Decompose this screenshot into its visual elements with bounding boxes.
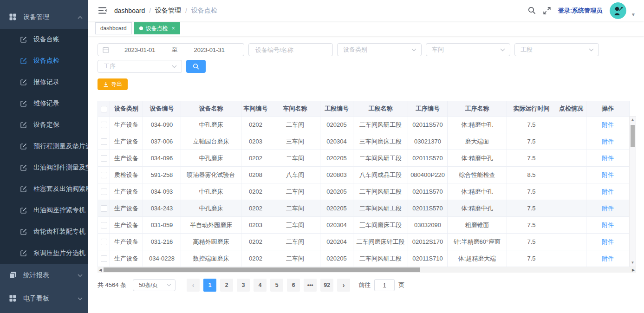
close-icon[interactable]: ×: [172, 25, 175, 32]
attachment-link[interactable]: 附件: [602, 188, 614, 195]
page-button-4[interactable]: 4: [254, 279, 267, 292]
table-cell: 生产设备: [110, 117, 143, 133]
sidebar-item-设备点检[interactable]: 设备点检: [0, 50, 88, 72]
select-all-checkbox[interactable]: [101, 106, 107, 112]
action-cell: 附件: [586, 217, 630, 234]
row-checkbox[interactable]: [101, 205, 107, 212]
prev-page-button[interactable]: ‹: [187, 279, 200, 292]
goto-page-input[interactable]: [374, 279, 395, 291]
search-button[interactable]: [186, 60, 206, 73]
attachment-link[interactable]: 附件: [602, 121, 614, 128]
row-checkbox[interactable]: [101, 155, 107, 162]
sidebar-item-统计报表[interactable]: 统计报表: [0, 264, 88, 287]
sidebar-item-预行程测量及垫片选配[interactable]: 预行程测量及垫片选配: [0, 136, 88, 157]
login-label: 登录:系统管理员: [558, 7, 602, 15]
row-checkbox[interactable]: [101, 222, 107, 228]
attachment-link[interactable]: 附件: [602, 238, 614, 245]
table-cell: 中孔磨床: [181, 150, 241, 167]
table-cell: 立轴园台磨床: [181, 133, 241, 150]
date-start-input[interactable]: 2023-01-01: [110, 46, 170, 53]
vertical-scroll-thumb[interactable]: [631, 125, 635, 147]
category-select[interactable]: 设备类别: [337, 43, 422, 56]
table-cell: 综合性能检查: [448, 167, 507, 183]
page-button-6[interactable]: 6: [287, 279, 300, 292]
search-icon[interactable]: [528, 7, 536, 14]
table-cell: 020803: [320, 167, 353, 183]
device-search-field[interactable]: [248, 43, 333, 56]
table-cell: 二车间: [270, 234, 320, 250]
breadcrumb-item[interactable]: dashboard: [114, 7, 145, 14]
fullscreen-icon[interactable]: [543, 7, 551, 14]
page-button-3[interactable]: 3: [237, 279, 250, 292]
attachment-link[interactable]: 附件: [602, 138, 614, 145]
table-cell: 体:超精磨大端: [448, 250, 507, 267]
sidebar-item-出油阀部件测量及垫片[interactable]: 出油阀部件测量及垫片: [0, 157, 88, 178]
grid-icon: [9, 13, 17, 21]
section-select[interactable]: 工段: [514, 43, 599, 56]
magnifier-icon: [193, 63, 199, 70]
vertical-scrollbar[interactable]: ▲ ▼: [629, 116, 636, 267]
avatar[interactable]: [610, 2, 626, 19]
row-checkbox[interactable]: [101, 189, 107, 195]
table-row: 生产设备034-243中孔磨床0202二车间020205二车间风研工段02011…: [98, 200, 630, 217]
horizontal-scroll-thumb[interactable]: [104, 267, 420, 272]
tab-dashboard[interactable]: dashboard: [95, 22, 132, 34]
next-page-button[interactable]: ›: [337, 279, 350, 292]
column-header-工段编号: 工段编号: [320, 101, 353, 117]
table-cell: 8.5: [507, 167, 556, 183]
device-search-input[interactable]: [254, 46, 327, 54]
attachment-link[interactable]: 附件: [602, 171, 614, 178]
page-content: 2023-01-01 至 2023-01-31 设备类别 车间: [88, 36, 644, 313]
scroll-down-icon[interactable]: ▼: [631, 260, 635, 266]
sidebar-item-维修记录[interactable]: 维修记录: [0, 93, 88, 114]
table-cell: [556, 133, 586, 150]
pager-ellipsis[interactable]: •••: [304, 279, 317, 292]
scroll-right-icon[interactable]: ▶: [631, 268, 636, 272]
scroll-left-icon[interactable]: ◀: [98, 268, 103, 272]
export-button[interactable]: 导出: [98, 78, 128, 90]
page-button-5[interactable]: 5: [270, 279, 283, 292]
table-cell: 7.5: [507, 150, 556, 167]
sidebar-item-报修记录[interactable]: 报修记录: [0, 72, 88, 93]
sidebar-item-label: 报修记录: [33, 78, 59, 86]
sidebar-item-设备管理[interactable]: 设备管理: [0, 6, 88, 29]
sidebar-item-电子看板[interactable]: 电子看板: [0, 287, 88, 310]
page-size-select[interactable]: 50条/页: [133, 279, 176, 291]
row-checkbox[interactable]: [101, 255, 107, 262]
table-cell: 0203: [241, 133, 270, 150]
attachment-link[interactable]: 附件: [602, 222, 614, 228]
table-cell: 体:精磨中孔: [448, 200, 507, 217]
horizontal-scrollbar[interactable]: ◀ ▶: [98, 267, 636, 273]
row-checkbox[interactable]: [101, 172, 107, 178]
row-checkbox[interactable]: [101, 122, 107, 128]
workshop-select[interactable]: 车间: [426, 43, 510, 56]
chevron-down-icon[interactable]: ▼: [631, 12, 636, 17]
sidebar-item-柱塞套及出油阀紧座预[interactable]: 柱塞套及出油阀紧座预: [0, 178, 88, 200]
attachment-link[interactable]: 附件: [602, 255, 614, 262]
date-end-input[interactable]: 2023-01-31: [180, 46, 240, 53]
category-select-placeholder: 设备类别: [343, 46, 367, 54]
scroll-up-icon[interactable]: ▲: [631, 117, 635, 123]
sidebar-item-设备定保[interactable]: 设备定保: [0, 114, 88, 136]
attachment-link[interactable]: 附件: [602, 205, 614, 212]
process-select[interactable]: 工序: [98, 60, 182, 73]
tab-设备点检[interactable]: 设备点检×: [134, 22, 180, 34]
sidebar-item-出油阀座拧紧专机[interactable]: 出油阀座拧紧专机: [0, 200, 88, 221]
table-cell: 二车间: [270, 250, 320, 267]
calendar-icon: [103, 46, 109, 53]
page-button-92[interactable]: 92: [320, 279, 333, 292]
page-button-2[interactable]: 2: [220, 279, 233, 292]
column-header-实际运行时间: 实际运行时间: [507, 101, 556, 117]
sidebar-item-设备台账[interactable]: 设备台账: [0, 29, 88, 50]
table-row: 生产设备034-0228数控端面磨床0202二车间020205二车间风研工段02…: [98, 250, 630, 267]
hamburger-icon[interactable]: [95, 4, 111, 17]
sidebar-item-临时生产管理[interactable]: 临时生产管理: [0, 0, 88, 6]
row-checkbox[interactable]: [101, 138, 107, 145]
page-button-1[interactable]: 1: [203, 279, 216, 292]
sidebar-item-齿轮齿杆装配专机[interactable]: 齿轮齿杆装配专机: [0, 221, 88, 242]
attachment-link[interactable]: 附件: [602, 155, 614, 162]
breadcrumb-item[interactable]: 设备管理: [155, 7, 181, 15]
row-checkbox[interactable]: [101, 239, 107, 245]
sidebar-item-泵调压垫片分选机[interactable]: 泵调压垫片分选机: [0, 242, 88, 264]
date-range-picker[interactable]: 2023-01-01 至 2023-01-31: [98, 43, 244, 56]
